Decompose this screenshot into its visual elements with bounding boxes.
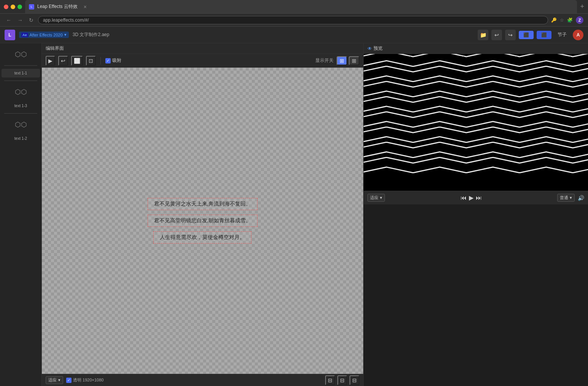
transparency-check-icon: ✓ <box>66 378 72 383</box>
folder-button[interactable]: 📁 <box>478 30 488 40</box>
snap-label: 吸附 <box>112 57 121 64</box>
display-icon-1[interactable]: ⊞ <box>337 56 347 65</box>
play-controls: ⏮ ▶ ⏭ <box>461 194 482 201</box>
fit-label: 适应 <box>48 377 57 383</box>
transparency-label-text: 透明 1920×1080 <box>73 377 103 383</box>
profile-letter[interactable]: Z <box>576 16 583 24</box>
svg-text:有饮者留其名。: 有饮者留其名。 <box>504 56 520 58</box>
sidebar-bottom-tools: ⬡⬡ <box>0 117 41 133</box>
browser-chrome: L Leap Effects 云特效 × + <box>0 0 588 14</box>
preview-title: 预览 <box>373 45 383 52</box>
text1-3-label: text 1-3 <box>14 104 27 108</box>
undo-tool-button[interactable]: ↩ <box>58 56 68 66</box>
close-button[interactable] <box>4 5 8 9</box>
address-bar[interactable]: app.leapeffects.com/#/ <box>38 16 548 24</box>
minimize-button[interactable] <box>11 5 15 9</box>
nav-bar: ← → ↻ app.leapeffects.com/#/ 🔑 ☆ 🧩 Z <box>0 14 588 27</box>
undo-button[interactable]: ↩ <box>491 30 502 40</box>
text-box-1[interactable]: 君不见黄河之水天上来,奔流到海不复回。 <box>148 198 258 210</box>
svg-text:有饮者留其名。: 有饮者留其名。 <box>371 59 387 61</box>
editor-title: 编辑界面 <box>46 45 64 52</box>
extension-icon[interactable]: 🧩 <box>567 17 573 23</box>
export-button-1[interactable]: ⬛ <box>519 31 534 39</box>
jiezi-button[interactable]: 节子 <box>555 30 570 40</box>
tab-favicon: L <box>29 4 34 9</box>
sidebar-item-text1-3[interactable]: text 1-3 <box>2 101 40 110</box>
sidebar-top-tools: ⬡⬡ <box>0 46 41 62</box>
bookmark-icon[interactable]: ☆ <box>560 17 564 23</box>
grid-icon-3[interactable]: ⊟ <box>350 375 359 385</box>
text-box-3[interactable]: 人生得意需尽欢，莫使金樽空对月。 <box>153 231 251 244</box>
ae-badge[interactable]: Ae After Effects 2020 ▾ <box>19 32 69 38</box>
app-logo: L <box>5 30 15 40</box>
lock-icon: 🔑 <box>551 17 557 23</box>
sidebar-item-shapes1[interactable]: ⬡⬡ <box>5 48 37 61</box>
footer-icons: ⊟ ⊟ ⊟ <box>325 375 359 385</box>
canvas-area[interactable]: 君不见黄河之水天上来,奔流到海不复回。 君不见高堂明镜悲白发,朝如青丝暮成雪。 … <box>42 68 363 374</box>
skip-back-button[interactable]: ⏮ <box>461 195 467 201</box>
text1-2-label: text 1-2 <box>14 136 27 141</box>
play-tool-button[interactable]: ▶ <box>46 56 55 66</box>
text-box-2[interactable]: 君不见高堂明镜悲白发,朝如青丝暮成雪。 <box>148 215 258 227</box>
preview-svg: 有饮者留其名。 有饮者留其名。 有饮者留其名。 有饮者留其名。 有饮者留其名。 … <box>364 54 588 179</box>
preview-fit-label: 适应 <box>370 195 378 201</box>
svg-text:有饮者留其名。: 有饮者留其名。 <box>478 59 494 61</box>
refresh-button[interactable]: ↻ <box>27 16 35 24</box>
new-tab-button[interactable]: + <box>577 3 584 11</box>
sidebar-item-text1-1[interactable]: text 1-1 <box>2 69 40 78</box>
text-line-2: 君不见高堂明镜悲白发,朝如青丝暮成雪。 <box>154 217 251 223</box>
svg-text:有饮者留其名。: 有饮者留其名。 <box>558 56 574 58</box>
preview-header: 👁 预览 <box>364 43 588 54</box>
tab-close-icon[interactable]: × <box>84 4 87 10</box>
select-tool-button[interactable]: ⬜ <box>71 56 83 66</box>
volume-button[interactable]: 🔊 <box>578 195 584 201</box>
ae-logo: Ae <box>21 33 28 37</box>
sidebar-divider-3 <box>4 113 37 114</box>
forward-button[interactable]: → <box>16 16 24 24</box>
grid-icon-1[interactable]: ⊟ <box>325 375 335 385</box>
preview-footer: 适应 ▾ ⏮ ▶ ⏭ 普通 ▾ 🔊 <box>364 191 588 204</box>
display-label: 显示开关 <box>315 57 334 64</box>
text1-1-label: text 1-1 <box>14 71 27 75</box>
sidebar-item-text1-2[interactable]: text 1-2 <box>2 134 40 143</box>
browser-tab[interactable]: L Leap Effects 云特效 × <box>25 0 577 13</box>
play-button[interactable]: ▶ <box>469 194 474 201</box>
export2-icon: ⬛ <box>541 32 547 38</box>
svg-text:有饮者留其名。: 有饮者留其名。 <box>451 56 467 58</box>
transparency-info: ✓ 透明 1920×1080 <box>66 377 103 383</box>
toolbar-icon-group: ⊞ ⊞ <box>337 56 359 65</box>
sidebar-item-shapes2[interactable]: ⬡⬡ <box>5 85 37 98</box>
editor-header: 编辑界面 <box>42 43 363 54</box>
main-layout: ⬡⬡ text 1-1 ⬡⬡ text 1-3 ⬡⬡ <box>0 43 588 386</box>
skip-forward-button[interactable]: ⏭ <box>476 195 482 201</box>
maximize-button[interactable] <box>17 5 22 9</box>
ae-dropdown-icon[interactable]: ▾ <box>64 32 67 37</box>
nav-right: 🔑 ☆ 🧩 Z <box>551 16 583 24</box>
sidebar-divider-1 <box>4 65 37 66</box>
traffic-lights <box>4 5 22 9</box>
shapes3-icon: ⬡⬡ <box>15 120 27 129</box>
snap-checkbox[interactable]: ✓ 吸附 <box>105 57 121 64</box>
grid-icon-2[interactable]: ⊟ <box>337 375 347 385</box>
snap-check-icon: ✓ <box>105 58 111 63</box>
text-line-1: 君不见黄河之水天上来,奔流到海不复回。 <box>154 201 251 207</box>
fit-dropdown-icon: ▾ <box>58 378 60 383</box>
sidebar-item-shapes3[interactable]: ⬡⬡ <box>5 118 37 131</box>
preview-fit-dropdown[interactable]: 适应 ▾ <box>367 194 385 202</box>
quality-dropdown[interactable]: 普通 ▾ <box>557 194 575 202</box>
fit-dropdown[interactable]: 适应 ▾ <box>46 376 63 384</box>
file-name: 3D 文字制作2.aep <box>73 32 110 38</box>
shapes1-icon: ⬡⬡ <box>15 50 27 59</box>
back-button[interactable]: ← <box>5 16 13 24</box>
url-text: app.leapeffects.com/#/ <box>43 17 89 23</box>
sidebar-divider-2 <box>4 81 37 81</box>
editor-area: 编辑界面 ▶ ↩ ⬜ ⊡ ✓ 吸附 显示开关 ⊞ ⊞ 君不见黄河之水天上来,奔流… <box>42 43 364 386</box>
quality-label: 普通 <box>560 195 568 201</box>
export-button-2[interactable]: ⬛ <box>537 31 551 39</box>
preview-panel: 👁 预览 <box>364 43 588 386</box>
preview-eye-icon: 👁 <box>367 46 372 51</box>
user-avatar[interactable]: A <box>573 30 583 40</box>
display-icon-2[interactable]: ⊞ <box>349 56 359 65</box>
redo-button[interactable]: ↪ <box>505 30 516 40</box>
crop-tool-button[interactable]: ⊡ <box>86 56 96 66</box>
